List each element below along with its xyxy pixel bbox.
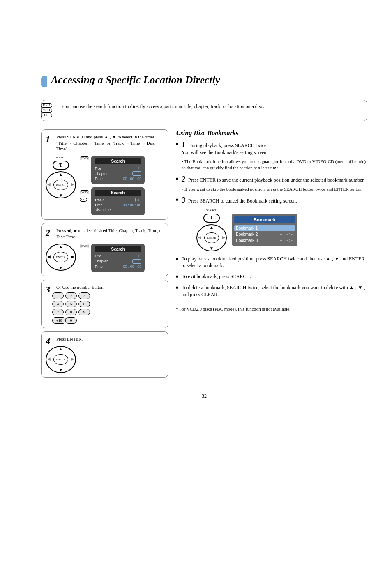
step-1-text: Press SEARCH and press ▲ , ▼ to select i…: [56, 134, 164, 152]
dpad-right-icon[interactable]: ▶: [71, 357, 74, 361]
dpad-step1[interactable]: ▲ ▼ ◀ ▶ ENTER: [46, 171, 76, 198]
numpad-2[interactable]: 2: [65, 292, 77, 299]
dpad-right-icon[interactable]: ▶: [222, 235, 225, 239]
dpad-down-icon[interactable]: ▼: [59, 265, 63, 270]
search-button-label: SEARCH: [55, 156, 67, 159]
page-title: Accessing a Specific Location Directly: [51, 74, 220, 86]
disc-mini-cd: CD: [80, 198, 87, 202]
disc-mini-dvd: DVD: [80, 156, 89, 160]
dpad-down-icon[interactable]: ▼: [59, 193, 63, 198]
step-3-number: 3: [46, 284, 50, 295]
right-column: Using Disc Bookmarks ■ 1 During playback…: [176, 129, 367, 381]
bookmark-osd-header: Bookmark: [234, 216, 295, 223]
bookmark-2-label: Bookmark 2: [236, 232, 258, 237]
dpad-step4[interactable]: ▲ ▼ ◀ ▶ ENTER: [46, 346, 76, 373]
numpad-plus10[interactable]: +10: [52, 317, 66, 324]
title-bullet-icon: [41, 76, 47, 87]
step-1-box: 1 Press SEARCH and press ▲ , ▼ to select…: [41, 129, 168, 220]
right-step-1-text-a: During playback, press SEARCH twice.: [188, 143, 267, 148]
dpad-left-icon[interactable]: ◀: [47, 357, 51, 361]
disc-label-cd: CD: [41, 113, 52, 117]
right-step-1-number: 1: [182, 140, 185, 149]
right-step-2-text: Press ENTER to save the current playback…: [188, 177, 365, 183]
bullet-icon: ■: [176, 285, 178, 290]
bookmark-section-title: Using Disc Bookmarks: [176, 129, 367, 137]
dpad-up-icon[interactable]: ▲: [59, 347, 63, 351]
dpad-down-icon[interactable]: ▼: [210, 246, 214, 251]
dpad-left-icon[interactable]: ◀: [47, 254, 51, 259]
right-step-3-number: 3: [182, 196, 185, 204]
dpad-left-icon[interactable]: ◀: [198, 235, 201, 239]
step-2-text: Press ◀ , ▶ to select desired Title, Cha…: [56, 228, 164, 239]
bookmark-illustration: SEARCH T ▲ ▼ ◀ ▶ ENTER Bookmark Bookmark…: [196, 209, 367, 251]
left-column: 1 Press SEARCH and press ▲ , ▼ to select…: [41, 129, 168, 381]
search-button[interactable]: T: [203, 214, 220, 223]
numpad-7[interactable]: 7: [52, 309, 64, 315]
remote-numpad: 1 2 3 4 5 6 7 8 9 +10 0: [52, 292, 164, 324]
right-step-2-number: 2: [182, 175, 185, 183]
footnote: * For VCD2.0 discs (PBC mode), this func…: [176, 306, 367, 311]
dpad-right-icon[interactable]: ▶: [71, 254, 74, 259]
step-4-box: 4 Press ENTER. ▲ ▼ ◀ ▶ ENTER: [41, 331, 168, 378]
right-bullet-1: To play back a bookmarked position, pres…: [182, 256, 367, 269]
disc-mini-vcd: VCD: [80, 190, 89, 194]
disc-type-labels: DVD VCD CD: [41, 103, 52, 118]
numpad-3[interactable]: 3: [78, 292, 90, 299]
page-title-bar: Accessing a Specific Location Directly: [41, 74, 367, 87]
right-step-2-bullet: If you want to skip the bookmarked posit…: [184, 186, 363, 191]
numpad-8[interactable]: 8: [65, 309, 77, 315]
dpad-up-icon[interactable]: ▲: [59, 244, 63, 249]
bullet-icon: ■: [176, 274, 178, 279]
search-osd-step2: Search Title1 Chapter- - - Time00 : 00 :…: [91, 244, 145, 272]
dpad-down-icon[interactable]: ▼: [59, 368, 63, 372]
enter-button[interactable]: ENTER: [53, 252, 68, 262]
step-4-text: Press ENTER.: [56, 336, 164, 342]
numpad-4[interactable]: 4: [52, 301, 64, 307]
page-number: 32: [41, 393, 367, 399]
dpad-up-icon[interactable]: ▲: [210, 225, 214, 230]
step-3-box: 3 Or Use the number button. 1 2 3 4 5 6 …: [41, 280, 168, 328]
bullet-icon: ■: [176, 256, 178, 261]
bullet-icon: ■: [176, 142, 178, 146]
step-4-number: 4: [46, 336, 50, 347]
disc-mini-dvd2: DVD: [80, 244, 89, 248]
dpad-step2[interactable]: ▲ ▼ ◀ ▶ ENTER: [46, 244, 76, 271]
numpad-5[interactable]: 5: [65, 301, 77, 307]
bookmark-3-label: Bookmark 3: [236, 238, 258, 243]
search-osd-vcd: Search Track2 Time00 : 00 : 00 Disc Time…: [91, 187, 145, 215]
disc-label-dvd: DVD: [41, 103, 52, 108]
right-step-3-text: Press SEARCH to cancel the Bookmark sett…: [188, 198, 297, 204]
step-3-text: Or Use the number button.: [56, 284, 164, 290]
search-button[interactable]: T: [53, 161, 69, 170]
osd-header: Search: [95, 158, 141, 164]
bullet-icon: ■: [176, 197, 178, 202]
bookmark-osd: Bookmark Bookmark 1-- : -- : -- Bookmark…: [232, 214, 297, 246]
dpad-left-icon[interactable]: ◀: [47, 182, 51, 186]
numpad-0[interactable]: 0: [65, 317, 77, 324]
enter-button[interactable]: ENTER: [204, 232, 219, 243]
numpad-6[interactable]: 6: [78, 301, 90, 307]
right-step-1-text-b: You will see the Bookmark's setting scre…: [182, 150, 267, 155]
manual-page: Accessing a Specific Location Directly D…: [0, 0, 392, 424]
numpad-1[interactable]: 1: [52, 292, 64, 299]
banner-text: You can use the search function to direc…: [61, 104, 361, 110]
right-bullet-2: To exit bookmark, press SEARCH.: [182, 273, 251, 280]
disc-label-vcd: VCD: [41, 108, 52, 113]
right-step-1-bullet: The Bookmark function allows you to desi…: [182, 159, 366, 170]
step-1-number: 1: [46, 134, 50, 145]
search-osd-dvd: Search Title1 Chapter- - - Time00 : 00 :…: [91, 156, 145, 184]
step-2-box: 2 Press ◀ , ▶ to select desired Title, C…: [41, 223, 168, 276]
bookmark-1-label: Bookmark 1: [236, 226, 258, 230]
dpad-up-icon[interactable]: ▲: [59, 172, 63, 177]
dpad-bookmark[interactable]: ▲ ▼ ◀ ▶ ENTER: [196, 224, 227, 251]
bullet-icon: ■: [176, 176, 178, 181]
right-bullet-3: To delete a bookmark, SEARCH twice, sele…: [182, 284, 367, 298]
step-2-number: 2: [46, 228, 50, 238]
numpad-9[interactable]: 9: [78, 309, 90, 315]
dpad-right-icon[interactable]: ▶: [71, 182, 74, 186]
intro-banner: DVD VCD CD You can use the search functi…: [41, 100, 367, 121]
